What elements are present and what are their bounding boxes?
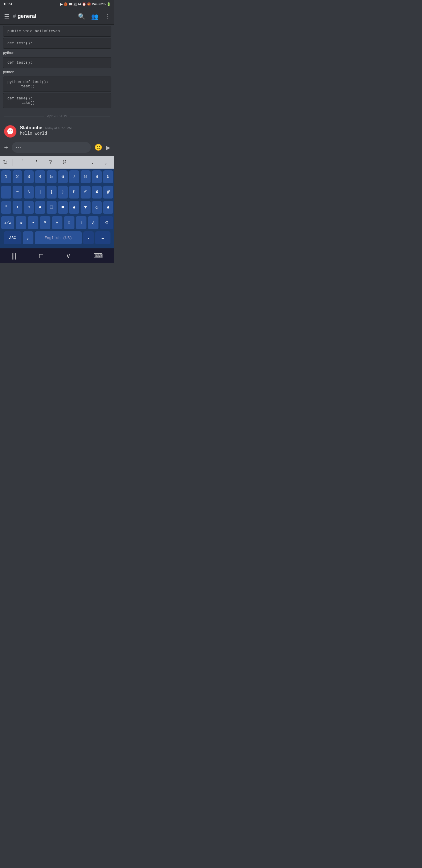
key-space[interactable]: English (US) xyxy=(35,231,82,245)
input-bar: + ··· 🙂 ▶ xyxy=(0,139,114,156)
code-block-5: def take(): take() xyxy=(3,93,111,108)
key-small-square[interactable]: ▪ xyxy=(28,216,38,229)
key-iexcl[interactable]: ¡ xyxy=(76,216,87,229)
more-options-icon[interactable]: ⋮ xyxy=(104,13,110,20)
key-square-filled[interactable]: ■ xyxy=(58,201,68,214)
image-icon: 🖼 xyxy=(73,2,77,6)
search-icon[interactable]: 🔍 xyxy=(78,13,85,20)
key-heart[interactable]: ♥ xyxy=(80,201,91,214)
signal-strength: 44 xyxy=(78,2,81,6)
message-input[interactable]: ··· xyxy=(12,142,91,153)
key-club[interactable]: ♣ xyxy=(103,201,113,214)
channel-header: ☰ # general 🔍 👥 ⋮ xyxy=(0,8,114,25)
hamburger-menu-icon[interactable]: ☰ xyxy=(4,13,9,20)
book-icon: 📖 xyxy=(69,2,73,6)
emoji-button[interactable]: 🙂 xyxy=(94,144,102,151)
alarm-icon: ⏰ xyxy=(82,2,86,6)
toolbar-key-question[interactable]: ? xyxy=(49,159,52,165)
key-iquestion[interactable]: ¿ xyxy=(88,216,98,229)
lang-label-2: python xyxy=(0,69,114,75)
key-raquo[interactable]: » xyxy=(64,216,74,229)
key-lbrace[interactable]: { xyxy=(46,186,57,199)
toolbar-refresh-icon[interactable]: ↻ xyxy=(3,159,8,166)
key-square-open[interactable]: □ xyxy=(46,201,57,214)
channel-title: # general xyxy=(13,13,78,19)
code-block-4: python def test(): test() xyxy=(3,76,111,92)
key-degree[interactable]: ° xyxy=(1,201,11,214)
key-diamond[interactable]: ◇ xyxy=(92,201,102,214)
toolbar-key-backtick[interactable]: ` xyxy=(21,159,24,165)
key-8[interactable]: 8 xyxy=(80,170,91,184)
toolbar-key-apostrophe[interactable]: ' xyxy=(35,159,38,165)
code-block-1: public void helloSteven xyxy=(3,26,111,37)
key-pound[interactable]: £ xyxy=(80,186,91,199)
key-abc[interactable]: ABC xyxy=(4,231,22,245)
battery-level: 62% xyxy=(99,2,106,6)
toolbar-key-comma[interactable]: , xyxy=(105,159,108,165)
backspace-key[interactable]: ⌫ xyxy=(100,216,113,229)
chat-area: public void helloSteven def test(): pyth… xyxy=(0,25,114,139)
key-circle-filled[interactable]: ● xyxy=(35,201,45,214)
battery-icon: 🔋 xyxy=(107,2,111,6)
nav-home-icon[interactable]: □ xyxy=(39,252,43,260)
key-enter[interactable]: ↵ xyxy=(95,231,110,245)
key-backtick[interactable]: ` xyxy=(1,186,11,199)
key-6[interactable]: 6 xyxy=(58,170,68,184)
key-5[interactable]: 5 xyxy=(46,170,57,184)
send-button[interactable]: ▶ xyxy=(106,144,110,151)
toolbar-key-underscore[interactable]: _ xyxy=(77,159,80,165)
header-actions: 🔍 👥 ⋮ xyxy=(78,13,110,20)
nba-icon: 🏀 xyxy=(64,2,68,6)
key-tilde[interactable]: ~ xyxy=(12,186,23,199)
add-attachment-button[interactable]: + xyxy=(4,144,8,152)
key-4[interactable]: 4 xyxy=(35,170,45,184)
youtube-icon: ▶ xyxy=(60,2,63,6)
date-label: Apr 28, 2019 xyxy=(47,114,67,118)
status-bar: 10:51 ▶ 🏀 📖 🖼 44 ⏰ 🔕 WiFi 62% 🔋 xyxy=(0,0,114,8)
key-1[interactable]: 1 xyxy=(1,170,11,184)
key-pipe[interactable]: | xyxy=(35,186,45,199)
date-separator: Apr 28, 2019 xyxy=(0,110,114,123)
discord-avatar-icon xyxy=(6,127,14,135)
status-time: 10:51 xyxy=(3,2,12,6)
toolbar-key-period[interactable]: . xyxy=(91,159,94,165)
key-yen[interactable]: ¥ xyxy=(92,186,102,199)
key-9[interactable]: 9 xyxy=(92,170,102,184)
nav-bar: ||| □ ∨ ⌨ xyxy=(0,248,114,263)
key-bullet[interactable]: • xyxy=(12,201,23,214)
key-0[interactable]: 0 xyxy=(103,170,113,184)
key-laquo[interactable]: « xyxy=(52,216,62,229)
key-backslash[interactable]: \ xyxy=(24,186,34,199)
key-euro[interactable]: € xyxy=(69,186,79,199)
key-7[interactable]: 7 xyxy=(69,170,79,184)
keyboard-row-1: 1 2 3 4 5 6 7 8 9 0 xyxy=(1,170,113,184)
key-period2[interactable]: . xyxy=(83,231,94,245)
message-text: hello world xyxy=(20,131,110,136)
key-3[interactable]: 3 xyxy=(24,170,34,184)
key-spade[interactable]: ♠ xyxy=(69,201,79,214)
code-block-3: def test(): xyxy=(3,57,111,68)
toolbar-key-at[interactable]: @ xyxy=(63,159,66,165)
nav-back-icon[interactable]: ||| xyxy=(11,252,17,260)
nav-recents-icon[interactable]: ∨ xyxy=(66,252,71,260)
key-2[interactable]: 2 xyxy=(12,170,23,184)
key-star[interactable]: ★ xyxy=(16,216,26,229)
key-circle-open[interactable]: ○ xyxy=(24,201,34,214)
input-placeholder: ··· xyxy=(16,144,22,150)
hash-symbol: # xyxy=(13,13,16,19)
key-comma2[interactable]: , xyxy=(23,231,33,245)
nav-keyboard-icon[interactable]: ⌨ xyxy=(94,252,103,260)
message-content: Slatouche Today at 10:51 PM hello world xyxy=(20,125,110,136)
key-won[interactable]: ₩ xyxy=(103,186,113,199)
key-zz[interactable]: z/z xyxy=(1,216,14,229)
wifi-icon: WiFi xyxy=(92,2,98,6)
message-item: Slatouche Today at 10:51 PM hello world xyxy=(0,123,114,139)
lang-label-1: python xyxy=(0,50,114,56)
message-time: Today at 10:51 PM xyxy=(44,126,71,130)
key-times[interactable]: × xyxy=(40,216,51,229)
channel-name: general xyxy=(18,13,36,19)
keyboard-toolbar: ↻ ` ' ? @ _ . , xyxy=(0,156,114,168)
key-rbrace[interactable]: } xyxy=(58,186,68,199)
members-icon[interactable]: 👥 xyxy=(91,13,98,20)
keyboard-row-4: z/z ★ ▪ × « » ¡ ¿ ⌫ xyxy=(1,216,113,229)
